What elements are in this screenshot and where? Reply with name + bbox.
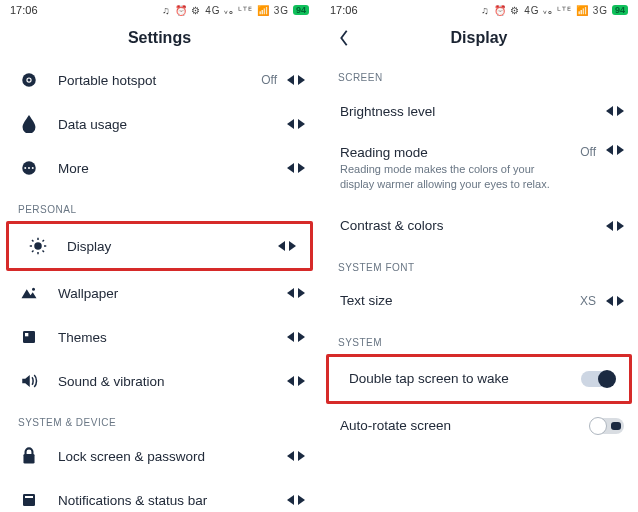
row-text-size[interactable]: Text size XS [320,279,638,323]
svg-point-2 [28,79,31,82]
section-personal: PERSONAL [0,190,319,221]
section-system-font: SYSTEM FONT [320,248,638,279]
status-indicators: ♫ ⏰ ⚙ 4G ᵥₒ ᴸᵀᴱ 📶 3G [162,5,289,16]
row-label: Data usage [40,117,287,132]
status-time: 17:06 [330,4,358,16]
status-indicators: ♫ ⏰ ⚙ 4G ᵥₒ ᴸᵀᴱ 📶 3G [481,5,608,16]
lock-icon [18,445,40,467]
status-bar: 17:06 ♫ ⏰ ⚙ 4G ᵥₒ ᴸᵀᴱ 📶 3G 94 [320,0,638,18]
row-value: XS [580,294,596,308]
svg-line-14 [32,251,34,253]
status-bar: 17:06 ♫ ⏰ ⚙ 4G ᵥₒ ᴸᵀᴱ 📶 3G 94 [0,0,319,18]
sound-icon [18,370,40,392]
svg-marker-16 [22,289,37,298]
svg-line-15 [43,240,45,242]
row-double-tap[interactable]: Double tap screen to wake [329,357,629,401]
row-themes[interactable]: Themes [0,315,319,359]
row-label: Brightness level [338,104,606,119]
more-icon [18,157,40,179]
svg-rect-21 [23,494,35,506]
row-value: Off [261,73,277,87]
row-reading-mode[interactable]: Reading mode Reading mode makes the colo… [320,133,638,204]
svg-point-17 [32,288,35,291]
row-value: Off [580,145,596,159]
section-system: SYSTEM [320,323,638,354]
row-label: Themes [40,330,287,345]
row-sound[interactable]: Sound & vibration [0,359,319,403]
notifications-icon [18,489,40,511]
row-auto-rotate[interactable]: Auto-rotate screen [320,404,638,448]
status-time: 17:06 [10,4,38,16]
svg-point-4 [24,167,26,169]
page-title: Display [451,29,508,47]
chevron-icon [287,495,305,505]
chevron-icon [606,106,624,116]
display-screen: 17:06 ♫ ⏰ ⚙ 4G ᵥₒ ᴸᵀᴱ 📶 3G 94 Display SC… [319,0,638,512]
row-wallpaper[interactable]: Wallpaper [0,271,319,315]
chevron-icon [287,451,305,461]
svg-line-12 [32,240,34,242]
row-label: Reading mode [340,145,580,160]
data-usage-icon [18,113,40,135]
row-label: Display [49,239,278,254]
row-label: Auto-rotate screen [338,418,590,433]
themes-icon [18,326,40,348]
row-subtitle: Reading mode makes the colors of your di… [340,162,570,192]
row-lock-screen[interactable]: Lock screen & password [0,434,319,478]
chevron-icon [287,288,305,298]
row-label: Lock screen & password [40,449,287,464]
row-label: Sound & vibration [40,374,287,389]
chevron-icon [278,241,296,251]
chevron-icon [606,296,624,306]
svg-rect-22 [25,496,33,498]
chevron-icon [287,119,305,129]
chevron-left-icon [338,29,350,47]
row-display[interactable]: Display [9,224,310,268]
row-label: Wallpaper [40,286,287,301]
row-contrast[interactable]: Contrast & colors [320,204,638,248]
row-label: Double tap screen to wake [347,371,581,386]
chevron-icon [287,376,305,386]
hotspot-icon [18,69,40,91]
row-data-usage[interactable]: Data usage [0,102,319,146]
battery-icon: 94 [293,5,309,15]
section-screen: SCREEN [320,58,638,89]
row-more[interactable]: More [0,146,319,190]
svg-rect-18 [23,331,35,343]
row-brightness[interactable]: Brightness level [320,89,638,133]
row-portable-hotspot[interactable]: Portable hotspot Off [0,58,319,102]
chevron-icon [606,145,624,155]
highlight-double-tap: Double tap screen to wake [326,354,632,404]
chevron-icon [287,163,305,173]
highlight-display: Display [6,221,313,271]
svg-rect-19 [25,333,28,336]
row-label: Notifications & status bar [40,493,287,508]
section-system-device: SYSTEM & DEVICE [0,403,319,434]
settings-screen: 17:06 ♫ ⏰ ⚙ 4G ᵥₒ ᴸᵀᴱ 📶 3G 94 Settings P… [0,0,319,512]
row-label: Text size [338,293,580,308]
row-label: More [40,161,287,176]
battery-icon: 94 [612,5,628,15]
chevron-icon [606,221,624,231]
svg-point-5 [28,167,30,169]
chevron-icon [287,75,305,85]
row-label: Portable hotspot [40,73,261,88]
svg-rect-20 [23,454,34,464]
header: Display [320,18,638,58]
toggle-auto-rotate[interactable] [590,418,624,434]
chevron-icon [287,332,305,342]
display-icon [27,235,49,257]
wallpaper-icon [18,282,40,304]
row-notifications[interactable]: Notifications & status bar [0,478,319,512]
svg-line-13 [43,251,45,253]
row-label: Contrast & colors [338,218,606,233]
svg-point-6 [32,167,34,169]
svg-point-7 [34,242,42,250]
back-button[interactable] [332,26,356,50]
page-title: Settings [128,29,191,47]
toggle-double-tap[interactable] [581,371,615,387]
header: Settings [0,18,319,58]
